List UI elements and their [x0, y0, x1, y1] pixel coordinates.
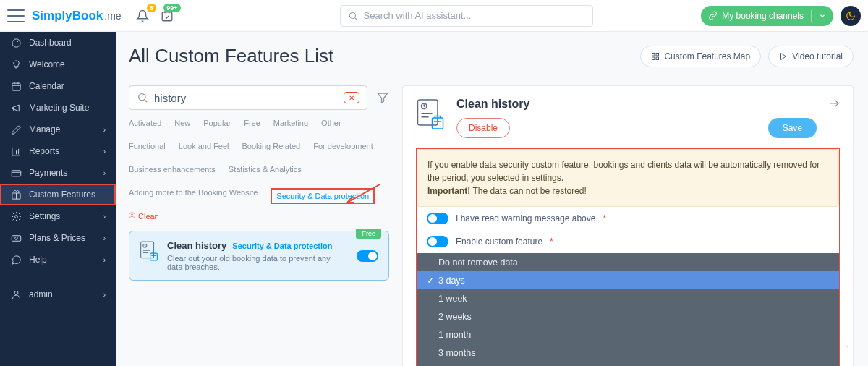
sidebar-item-welcome[interactable]: Welcome — [0, 54, 116, 75]
save-button[interactable]: Save — [768, 118, 817, 138]
sidebar-user-admin[interactable]: admin › — [0, 284, 116, 305]
disable-button[interactable]: Disable — [456, 118, 510, 138]
retention-period-dropdown[interactable]: ✓Do not remove data✓3 days✓1 week✓2 week… — [417, 253, 839, 366]
svg-rect-13 — [656, 57, 659, 60]
dropdown-option-1-month[interactable]: ✓1 month — [417, 325, 839, 344]
collapse-panel-icon[interactable] — [828, 98, 840, 109]
booking-channels-button[interactable]: My booking channels — [701, 6, 833, 26]
sidebar-item-plans-prices[interactable]: Plans & Prices› — [0, 227, 116, 249]
settings-highlighted-zone: If you enable data security custom featu… — [416, 148, 840, 366]
dropdown-option-do-not-remove-data[interactable]: ✓Do not remove data — [417, 253, 839, 271]
filter-tag-booking-related[interactable]: Booking Related — [242, 142, 300, 150]
notifications-bell-icon[interactable]: 5 — [136, 9, 149, 22]
filter-tag-statistics-analytics[interactable]: Statistics & Analytics — [229, 165, 302, 174]
sidebar-item-payments[interactable]: Payments› — [0, 162, 116, 184]
feature-detail-panel: Clean history Disable Save If you enable… — [402, 85, 854, 366]
sidebar-item-reports[interactable]: Reports› — [0, 140, 116, 162]
sidebar-item-settings[interactable]: Settings› — [0, 205, 116, 227]
search-icon — [348, 11, 358, 21]
svg-point-6 — [14, 215, 17, 218]
svg-point-14 — [139, 94, 145, 101]
card-icon — [10, 168, 22, 179]
dropdown-field-edge — [840, 346, 848, 366]
chart-icon — [10, 146, 22, 157]
chevron-down-icon — [819, 12, 826, 20]
calendar-check-icon[interactable]: 99+ — [161, 9, 174, 22]
link-icon — [708, 11, 718, 20]
panel-title: Clean history — [456, 98, 817, 111]
gauge-icon — [10, 38, 22, 48]
enable-feature-toggle[interactable] — [427, 236, 448, 247]
filter-tag-functional[interactable]: Functional — [129, 142, 166, 150]
hamburger-menu-icon[interactable] — [7, 9, 25, 22]
video-tutorial-button[interactable]: Video tutorial — [768, 46, 854, 67]
check-icon: ✓ — [427, 275, 434, 286]
feature-card-title: Clean history — [167, 240, 226, 251]
chevron-right-icon: › — [103, 148, 106, 156]
page-title: All Custom Features List — [129, 45, 333, 67]
calendar-badge: 99+ — [163, 4, 180, 12]
dropdown-option-1-week[interactable]: ✓1 week — [417, 289, 839, 307]
sidebar-item-custom-features[interactable]: Custom Features — [0, 184, 116, 205]
filter-tag-activated[interactable]: Activated — [129, 119, 161, 127]
filter-tag-popular[interactable]: Popular — [203, 119, 231, 127]
sidebar-item-help[interactable]: Help› — [0, 249, 116, 271]
chevron-right-icon: › — [103, 169, 106, 177]
warning-acknowledge-row: I have read warning message above * — [417, 207, 839, 230]
document-trash-icon — [416, 98, 445, 131]
main-content: All Custom Features List Custom Features… — [116, 32, 868, 366]
chevron-right-icon: › — [103, 126, 106, 134]
filter-tag-clean-active[interactable]: ⓧ Clean — [129, 211, 159, 221]
feature-card-clean-history[interactable]: Free Clean history Security & Data prote… — [129, 231, 389, 281]
filter-tag-business-enhancements[interactable]: Business enhancements — [129, 165, 216, 174]
money-icon — [10, 233, 22, 244]
filter-tag-adding-more-to-the-booking-website[interactable]: Adding more to the Booking Website — [129, 188, 258, 204]
feature-card-category: Security & Data protection — [232, 242, 332, 250]
calendar-icon — [10, 81, 22, 92]
remove-filter-icon: ⓧ — [129, 211, 135, 221]
acknowledge-toggle[interactable] — [427, 213, 448, 224]
sidebar-item-calendar[interactable]: Calendar — [0, 75, 116, 97]
search-icon — [137, 92, 148, 103]
filter-tag-security-data-protection[interactable]: Security & Data protection — [271, 188, 375, 204]
global-search-input[interactable]: Search with AI assistant... — [340, 5, 593, 27]
svg-rect-12 — [652, 57, 655, 60]
svg-point-1 — [349, 12, 355, 18]
sidebar-item-dashboard[interactable]: Dashboard — [0, 32, 116, 54]
chevron-right-icon: › — [103, 256, 106, 264]
app-logo[interactable]: SimplyBook.me — [32, 9, 122, 23]
svg-point-8 — [14, 237, 17, 239]
filter-tag-for-development[interactable]: For development — [313, 142, 373, 150]
chevron-right-icon: › — [103, 291, 106, 299]
chevron-right-icon: › — [103, 234, 106, 242]
filter-tag-marketing[interactable]: Marketing — [273, 119, 308, 127]
feature-search-input[interactable]: ✕ — [129, 85, 367, 110]
free-badge: Free — [356, 229, 381, 239]
clear-search-button[interactable]: ✕ — [344, 92, 359, 103]
svg-rect-0 — [162, 12, 172, 20]
dropdown-option-2-weeks[interactable]: ✓2 weeks — [417, 307, 839, 325]
filter-icon[interactable] — [376, 91, 389, 104]
sidebar-item-marketing-suite[interactable]: Marketing Suite — [0, 97, 116, 119]
filter-tag-other[interactable]: Other — [321, 119, 341, 127]
dropdown-option-3-days[interactable]: ✓3 days — [417, 271, 839, 289]
svg-rect-10 — [652, 53, 655, 56]
filter-tag-new[interactable]: New — [174, 119, 190, 127]
sidebar-item-manage[interactable]: Manage› — [0, 119, 116, 140]
svg-rect-7 — [12, 235, 21, 241]
theme-toggle-button[interactable] — [841, 6, 861, 26]
feature-enable-toggle[interactable] — [357, 250, 378, 262]
dropdown-option-6-months[interactable]: ✓6 months — [417, 362, 839, 366]
dropdown-option-3-months[interactable]: ✓3 months — [417, 344, 839, 362]
enable-feature-row: Enable custom feature * — [417, 230, 839, 253]
app-header: SimplyBook.me 5 99+ Search with AI assis… — [0, 0, 868, 32]
filter-tags: ActivatedNewPopularFreeMarketingOtherFun… — [129, 119, 389, 221]
feature-card-description: Clear out your old booking data to preve… — [167, 254, 348, 271]
user-icon — [10, 289, 22, 300]
filter-tag-free[interactable]: Free — [244, 119, 260, 127]
filter-tag-look-and-feel[interactable]: Look and Feel — [179, 142, 229, 150]
features-list-column: ✕ ActivatedNewPopularFreeMarketingOtherF… — [129, 85, 389, 366]
pencil-icon — [10, 124, 22, 135]
custom-features-map-button[interactable]: Custom Features Map — [640, 46, 761, 67]
notification-badge: 5 — [147, 4, 156, 12]
